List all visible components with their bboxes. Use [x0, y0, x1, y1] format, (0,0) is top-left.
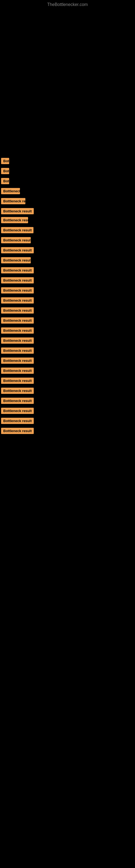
list-item[interactable]: Bottleneck result [1, 237, 135, 245]
bottleneck-label: Bottleneck result [1, 257, 31, 264]
list-item[interactable]: Bottleneck result [1, 267, 135, 275]
bottleneck-list: Bottleneck result Bottleneck result Bott… [0, 157, 135, 443]
list-item[interactable]: Bottleneck result [1, 257, 135, 265]
bottleneck-label: Bottleneck result [1, 208, 34, 214]
bottleneck-label: Bottleneck result [1, 158, 9, 164]
chart-area [0, 8, 135, 111]
list-item[interactable]: Bottleneck result [1, 417, 135, 426]
list-item[interactable]: Bottleneck result [1, 247, 135, 255]
list-item[interactable]: Bottleneck result [1, 226, 135, 235]
list-item[interactable]: Bottleneck result [1, 167, 135, 176]
bottleneck-label: Bottleneck result [1, 198, 26, 204]
bottleneck-label: Bottleneck result [1, 267, 34, 273]
list-item[interactable]: Bottleneck result [1, 387, 135, 396]
bottleneck-label: Bottleneck result [1, 307, 34, 314]
bottleneck-label: Bottleneck result [1, 317, 34, 323]
bottleneck-label: Bottleneck result [1, 418, 34, 424]
top-section [0, 111, 135, 155]
list-item[interactable]: Bottleneck result [1, 327, 135, 335]
list-item[interactable]: Bottleneck result [1, 177, 135, 186]
bottleneck-label: Bottleneck result [1, 408, 34, 414]
list-item[interactable]: Bottleneck result [1, 407, 135, 415]
bottleneck-label: Bottleneck result [1, 287, 34, 293]
list-item[interactable]: Bottleneck result [1, 317, 135, 325]
list-item[interactable]: Bottleneck result [1, 377, 135, 385]
bottleneck-label: Bottleneck result [1, 358, 34, 364]
list-item[interactable]: Bottleneck result [1, 187, 135, 196]
list-item[interactable]: Bottleneck result [1, 337, 135, 345]
bottleneck-label: Bottleneck result [1, 378, 34, 384]
bottleneck-label: Bottleneck result [1, 178, 9, 184]
bottleneck-label: Bottleneck result [1, 428, 34, 434]
bottleneck-label: Bottleneck result [1, 328, 34, 334]
list-item[interactable]: Bottleneck result [1, 397, 135, 405]
bottleneck-label: Bottleneck result [1, 398, 34, 404]
list-item[interactable]: Bottleneck result [1, 357, 135, 365]
bottom-spacer [0, 443, 135, 470]
list-item[interactable]: Bottleneck result [1, 347, 135, 355]
list-item[interactable]: Bottleneck result [1, 287, 135, 295]
bottleneck-label: Bottleneck result [1, 297, 34, 304]
bottleneck-label: Bottleneck result [1, 368, 34, 374]
bottleneck-label: Bottleneck result [1, 188, 20, 194]
site-title: TheBottlenecker.com [0, 0, 135, 8]
list-item[interactable]: Bottleneck result [1, 307, 135, 315]
bottleneck-label: Bottleneck result [1, 337, 34, 344]
bottleneck-label: Bottleneck result [1, 227, 34, 233]
list-item[interactable]: Bottleneck result [1, 208, 135, 215]
bottleneck-label: Bottleneck result [1, 247, 34, 253]
list-item[interactable]: Bottleneck result [1, 216, 135, 225]
bottleneck-label: Bottleneck result [1, 347, 34, 354]
list-item[interactable]: Bottleneck result [1, 277, 135, 285]
bottleneck-label: Bottleneck result [1, 217, 28, 223]
list-item[interactable]: Bottleneck result [1, 427, 135, 436]
bottleneck-label: Bottleneck result [1, 168, 9, 174]
bottleneck-label: Bottleneck result [1, 388, 34, 394]
list-item[interactable]: Bottleneck result [1, 297, 135, 305]
bottleneck-label: Bottleneck result [1, 237, 31, 243]
list-item[interactable]: Bottleneck result [1, 197, 135, 206]
list-item[interactable]: Bottleneck result [1, 157, 135, 166]
bottleneck-label: Bottleneck result [1, 277, 34, 283]
site-header: TheBottlenecker.com [0, 0, 135, 8]
list-item[interactable]: Bottleneck result [1, 367, 135, 375]
